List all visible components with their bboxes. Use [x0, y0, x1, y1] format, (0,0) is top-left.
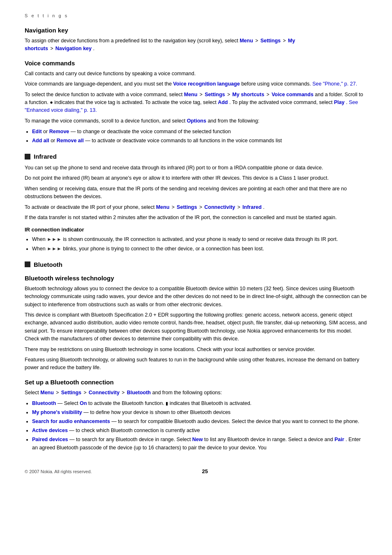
voice-commands-title: Voice commands	[25, 60, 367, 67]
list-item: When ►►► blinks, your phone is trying to…	[32, 245, 367, 253]
voice-rec-lang-link[interactable]: Voice recognition language	[173, 81, 240, 87]
infrared-para3: When sending or receiving data, ensure t…	[25, 185, 367, 201]
list-item: My phone's visibility — to define how yo…	[32, 408, 367, 416]
infrared-para5: If the data transfer is not started with…	[25, 214, 367, 222]
vc-myshortcuts-link[interactable]: My shortcuts	[232, 92, 264, 97]
bt-visibility-link[interactable]: My phone's visibility	[32, 409, 82, 415]
voice-commands-para2: Voice commands are language-dependent, a…	[25, 80, 367, 88]
voice-commands-list: Edit or Remove — to change or deactivate…	[32, 127, 367, 145]
infrared-header: Infrared	[25, 153, 367, 160]
infrared-section: Infrared You can set up the phone to sen…	[25, 153, 367, 253]
vc-menu-link[interactable]: Menu	[184, 92, 198, 97]
settings-label: S e t t i n g s	[25, 12, 367, 19]
nav-key-text: To assign other device functions from a …	[25, 38, 238, 44]
nav-key-title: Navigation key	[25, 27, 367, 34]
bt-paired-devices-link[interactable]: Paired devices	[32, 437, 68, 442]
nav-key-section: Navigation key To assign other device fu…	[25, 27, 367, 53]
infrared-para4: To activate or deactivate the IR port of…	[25, 204, 367, 211]
bluetooth-para2: This device is compliant with Bluetooth …	[25, 311, 367, 343]
bt-icon: ▮	[166, 401, 168, 406]
list-item: Add all or Remove all — to activate or d…	[32, 136, 367, 145]
infrared-para2: Do not point the infrared (IR) beam at a…	[25, 174, 367, 182]
bluetooth-setup-list: Bluetooth — Select On to activate the Bl…	[32, 399, 367, 452]
list-item: When ►►► is shown continuously, the IR c…	[32, 235, 367, 243]
vc-settings-link[interactable]: Settings	[205, 92, 225, 97]
remove-all-link[interactable]: Remove all	[57, 138, 84, 143]
ir-indicator-title: IR connection indicator	[25, 227, 367, 233]
nav-key-period: .	[93, 46, 95, 51]
arrow2: >	[283, 38, 287, 44]
voice-commands-para1: Call contacts and carry out device funct…	[25, 70, 367, 78]
voice-commands-section: Voice commands Call contacts and carry o…	[25, 60, 367, 145]
vc-para3-mid2: indicates that the voice tag is activate…	[54, 99, 216, 105]
voice-commands-para4: To manage the voice commands, scroll to …	[25, 117, 367, 125]
bt-active-devices-link[interactable]: Active devices	[32, 428, 68, 433]
see-phone-link[interactable]: See "Phone," p. 27.	[312, 81, 357, 87]
bt-on-link[interactable]: On	[80, 400, 87, 406]
bt-pair-link[interactable]: Pair	[334, 437, 344, 442]
nav-key-para: To assign other device functions from a …	[25, 37, 367, 53]
infrared-para1: You can set up the phone to send and rec…	[25, 164, 367, 172]
vc-play-link[interactable]: Play	[334, 99, 345, 105]
vc-para3-pre: To select the device function to activat…	[25, 92, 182, 97]
list-item: Edit or Remove — to change or deactivate…	[32, 127, 367, 136]
bt-connectivity-link[interactable]: Connectivity	[89, 390, 120, 395]
nav-key-menu-link[interactable]: Menu	[240, 38, 253, 44]
infrared-header-icon	[25, 154, 30, 160]
bluetooth-header-icon	[25, 261, 30, 267]
bt-setup-end: and from the following options:	[152, 390, 222, 395]
bluetooth-para3: There may be restrictions on using Bluet…	[25, 346, 367, 354]
vc-voicecommands-link[interactable]: Voice commands	[272, 92, 314, 97]
bluetooth-wireless-title: Bluetooth wireless technology	[25, 275, 367, 282]
bluetooth-para1: Bluetooth technology allows you to conne…	[25, 285, 367, 309]
remove-link[interactable]: Remove	[49, 129, 69, 134]
ir-para4-pre: To activate or deactivate the IR port of…	[25, 204, 154, 210]
voice-commands-para3: To select the device function to activat…	[25, 91, 367, 115]
ir-connectivity-link[interactable]: Connectivity	[204, 204, 235, 210]
ir-infrared-link[interactable]: Infrared	[242, 204, 262, 210]
nav-key-settings-link[interactable]: Settings	[261, 38, 281, 44]
footer: © 2007 Nokia. All rights reserved. 25	[25, 468, 367, 474]
list-item: Bluetooth — Select On to activate the Bl…	[32, 399, 367, 407]
list-item: Paired devices — to search for any Bluet…	[32, 435, 367, 452]
bluetooth-setup-para: Select Menu > Settings > Connectivity > …	[25, 389, 367, 397]
ir-signal-icon: ►►►	[47, 236, 62, 243]
footer-page-number: 25	[202, 468, 208, 474]
settings-header: S e t t i n g s	[25, 12, 367, 19]
bt-search-audio-link[interactable]: Search for audio enhancements	[32, 419, 110, 424]
bluetooth-section-title: Bluetooth	[34, 261, 62, 268]
bluetooth-section: Bluetooth Bluetooth wireless technology …	[25, 261, 367, 452]
bluetooth-para4: Features using Bluetooth technology, or …	[25, 356, 367, 372]
vc-add-link[interactable]: Add	[218, 99, 228, 105]
infrared-section-title: Infrared	[34, 153, 57, 160]
edit-link[interactable]: Edit	[32, 129, 42, 134]
vc-para3-end: . To play the activated voice command, s…	[229, 99, 332, 105]
footer-copyright: © 2007 Nokia. All rights reserved.	[25, 469, 92, 474]
ir-blink-icon: ►►►	[47, 245, 62, 253]
bluetooth-setup-title: Set up a Bluetooth connection	[25, 379, 367, 386]
nav-key-navkey-link[interactable]: Navigation key	[55, 46, 92, 51]
ir-menu-link[interactable]: Menu	[156, 204, 170, 210]
bt-bluetooth-item-link[interactable]: Bluetooth	[32, 400, 56, 406]
vc-para4-end: and from the following:	[208, 118, 259, 124]
vc-para4-pre: To manage the voice commands, scroll to …	[25, 118, 185, 124]
bt-menu-link[interactable]: Menu	[40, 390, 54, 395]
vc-options-link[interactable]: Options	[187, 118, 206, 124]
bt-new-link[interactable]: New	[192, 437, 203, 442]
add-all-link[interactable]: Add all	[32, 138, 49, 143]
bluetooth-header: Bluetooth	[25, 261, 367, 268]
list-item: Search for audio enhancements — to searc…	[32, 417, 367, 426]
ir-settings-link[interactable]: Settings	[177, 204, 197, 210]
vc-para2-pre: Voice commands are language-dependent, a…	[25, 81, 172, 87]
bt-setup-pre: Select	[25, 390, 39, 395]
ir-para4-end: .	[263, 204, 264, 210]
list-item: Active devices — to check which Bluetoot…	[32, 426, 367, 435]
bt-settings-link[interactable]: Settings	[61, 390, 81, 395]
arrow3: >	[50, 46, 54, 51]
bt-bluetooth-link[interactable]: Bluetooth	[127, 390, 151, 395]
ir-indicator-list: When ►►► is shown continuously, the IR c…	[32, 235, 367, 253]
arrow1: >	[255, 38, 259, 44]
vc-para2-mid: before using voice commands.	[241, 81, 311, 87]
